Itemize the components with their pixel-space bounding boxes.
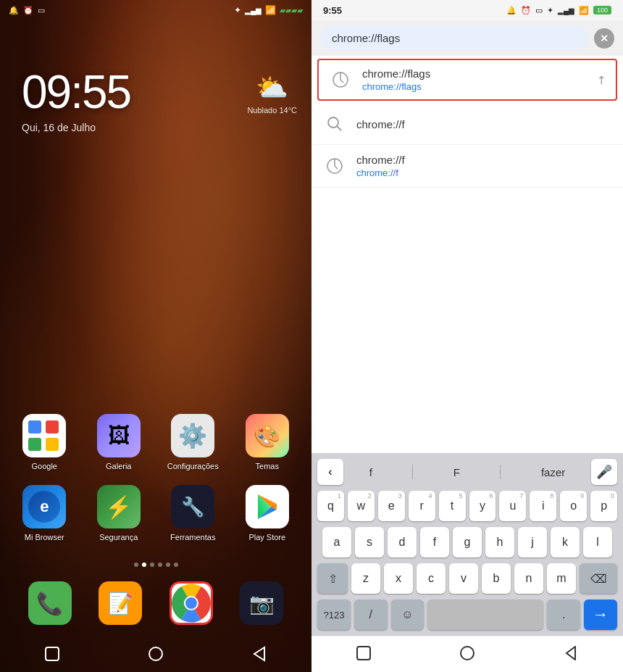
kb-key-w[interactable]: w2 xyxy=(348,491,375,521)
nav-square-btn[interactable] xyxy=(38,639,67,668)
suggestion-title-1: chrome://flags xyxy=(362,67,596,80)
weather-text: Nublado 14°C xyxy=(247,106,297,115)
kb-key-s[interactable]: s xyxy=(355,527,384,557)
dock-phone[interactable]: 📞 xyxy=(28,581,72,625)
kb-key-d[interactable]: d xyxy=(388,527,417,557)
kb-shift-key[interactable]: ⇧ xyxy=(317,563,348,594)
svg-rect-19 xyxy=(357,647,370,660)
kb-key-b[interactable]: b xyxy=(482,563,511,594)
nav-home-btn[interactable] xyxy=(141,639,170,668)
kb-key-h[interactable]: h xyxy=(485,527,514,557)
notes-icon[interactable]: 📝 xyxy=(99,581,142,625)
kb-key-c[interactable]: c xyxy=(417,563,446,594)
dock-notes[interactable]: 📝 xyxy=(99,581,142,625)
kb-divider-2 xyxy=(500,465,501,479)
nav-square-right[interactable] xyxy=(356,646,371,663)
kb-suggest-f[interactable]: f xyxy=(364,463,378,481)
dot-4 xyxy=(158,563,162,567)
kb-key-k[interactable]: k xyxy=(551,527,580,557)
dot-3 xyxy=(150,563,154,567)
kb-key-i[interactable]: i8 xyxy=(530,491,556,521)
kb-key-f[interactable]: f xyxy=(420,527,449,557)
kb-dot-key[interactable]: . xyxy=(547,600,580,630)
kb-key-l[interactable]: l xyxy=(583,527,612,557)
google-icon[interactable] xyxy=(22,414,66,457)
kb-key-u[interactable]: u7 xyxy=(499,491,526,521)
page-indicators xyxy=(0,563,312,567)
app-temas[interactable]: 🎨 Temas xyxy=(236,414,298,470)
status-bar-right: 9:55 🔔 ⏰ ▭ ✦ ▂▄▆ 📶 100 xyxy=(312,0,623,20)
weather-widget: ⛅ Nublado 14°C xyxy=(247,72,297,115)
chrome-icon[interactable] xyxy=(170,581,213,625)
bt-icon-right: ✦ xyxy=(547,6,553,15)
address-bar[interactable]: chrome://flags xyxy=(320,26,588,50)
app-seguranca[interactable]: ⚡ Segurança xyxy=(88,485,149,542)
kb-key-y[interactable]: y6 xyxy=(469,491,496,521)
kb-enter-key[interactable]: → xyxy=(584,600,617,630)
dot-1 xyxy=(134,563,138,567)
dock-camera[interactable]: 📷 xyxy=(240,581,283,625)
mi-browser-label: Mi Browser xyxy=(25,533,64,542)
nav-back-btn[interactable] xyxy=(245,639,274,668)
kb-key-n[interactable]: n xyxy=(514,563,543,594)
ferramentas-icon[interactable]: 🔧 xyxy=(171,485,214,528)
seguranca-icon[interactable]: ⚡ xyxy=(97,485,141,528)
galeria-icon[interactable]: 🖼 xyxy=(97,414,141,457)
kb-key-x[interactable]: x xyxy=(384,563,413,594)
kb-key-p[interactable]: p0 xyxy=(590,491,617,521)
kb-key-g[interactable]: g xyxy=(453,527,482,557)
keyboard-prev-btn[interactable]: ‹ xyxy=(317,459,343,485)
kb-delete-key[interactable]: ⌫ xyxy=(580,563,617,594)
temas-icon[interactable]: 🎨 xyxy=(246,414,289,457)
kb-emoji-key[interactable]: ☺ xyxy=(391,600,425,630)
keyboard-mic-btn[interactable]: 🎤 xyxy=(591,459,617,485)
kb-num-key[interactable]: ?123 xyxy=(317,600,351,630)
kb-suggest-fazer[interactable]: fazer xyxy=(535,463,571,481)
app-galeria[interactable]: 🖼 Galeria xyxy=(88,414,149,470)
app-google[interactable]: Google xyxy=(14,414,75,470)
kb-key-a[interactable]: a xyxy=(322,527,351,557)
app-mi-browser[interactable]: e Mi Browser xyxy=(14,485,75,542)
kb-key-o[interactable]: o9 xyxy=(560,491,587,521)
mi-browser-icon[interactable]: e xyxy=(22,485,66,528)
clear-button[interactable]: ✕ xyxy=(594,28,614,49)
svg-line-18 xyxy=(335,166,338,169)
suggestion-text-2: chrome://f xyxy=(356,118,611,130)
kb-key-q[interactable]: q1 xyxy=(317,491,344,521)
kb-key-r[interactable]: r4 xyxy=(409,491,435,521)
app-grid: Google 🖼 Galeria ⚙️ Configurações 🎨 xyxy=(0,414,312,556)
suggestion-item-3[interactable]: chrome://f chrome://f xyxy=(312,145,623,188)
play-store-icon[interactable] xyxy=(246,485,289,528)
kb-key-j[interactable]: j xyxy=(518,527,547,557)
nav-back-right[interactable] xyxy=(564,646,578,663)
app-config[interactable]: ⚙️ Configurações xyxy=(162,414,224,470)
camera-icon[interactable]: 📷 xyxy=(240,581,283,625)
kb-space-key[interactable] xyxy=(427,600,543,630)
kb-key-m[interactable]: m xyxy=(547,563,576,594)
kb-suggest-F[interactable]: F xyxy=(448,463,466,481)
phone-icon[interactable]: 📞 xyxy=(28,581,72,625)
nav-home-right[interactable] xyxy=(460,646,474,663)
chrome-browser: 9:55 🔔 ⏰ ▭ ✦ ▂▄▆ 📶 100 chrome://flags ✕ … xyxy=(312,0,623,672)
kb-key-e[interactable]: e3 xyxy=(378,491,405,521)
kb-key-z[interactable]: z xyxy=(351,563,380,594)
suggestion-text-3: chrome://f chrome://f xyxy=(356,154,611,178)
kb-key-v[interactable]: v xyxy=(449,563,478,594)
app-row-1: Google 🖼 Galeria ⚙️ Configurações 🎨 xyxy=(7,414,304,470)
config-icon[interactable]: ⚙️ xyxy=(171,414,214,457)
app-ferramentas[interactable]: 🔧 Ferramentas xyxy=(162,485,224,542)
svg-line-15 xyxy=(337,126,341,130)
suggestion-url-3: chrome://f xyxy=(356,167,611,178)
suggestion-item-2[interactable]: chrome://f xyxy=(312,104,623,145)
kb-slash-key[interactable]: / xyxy=(354,600,388,630)
suggestion-item-1[interactable]: chrome://flags chrome://flags ↗ xyxy=(317,59,617,101)
app-dock: 📞 📝 xyxy=(0,574,312,632)
wifi-icon-right: 📶 xyxy=(579,6,589,15)
home-clock: 09:55 Qui, 16 de Julho xyxy=(22,65,130,133)
play-store-label: Play Store xyxy=(248,533,285,542)
suggestion-text-1: chrome://flags chrome://flags xyxy=(362,67,596,92)
app-play-store[interactable]: Play Store xyxy=(236,485,298,542)
kb-key-t[interactable]: t5 xyxy=(439,491,466,521)
alarm-icon: 🔔 xyxy=(9,6,19,15)
dock-chrome[interactable] xyxy=(170,581,213,625)
